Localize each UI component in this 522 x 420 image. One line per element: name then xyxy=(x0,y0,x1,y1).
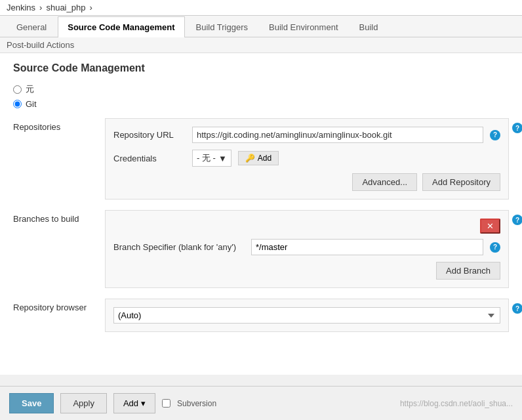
credentials-label: Credentials xyxy=(113,154,186,163)
radio-none-input[interactable] xyxy=(13,85,22,94)
tabs-bar: General Source Code Management Build Tri… xyxy=(0,16,522,37)
branches-body: ✕ Branch Specifier (blank for 'any') ? A… xyxy=(105,210,509,288)
breadcrumb-project[interactable]: shuai_php xyxy=(46,3,85,12)
radio-none-label: 元 xyxy=(26,83,34,95)
add-branch-button[interactable]: Add Branch xyxy=(436,262,500,280)
repository-url-input[interactable] xyxy=(192,127,483,143)
key-icon: 🔑 xyxy=(245,154,255,163)
repo-browser-section: Repository browser (Auto) ? xyxy=(13,299,509,332)
radio-git-input[interactable] xyxy=(13,100,22,108)
breadcrumb-jenkins[interactable]: Jenkins xyxy=(7,3,35,12)
add-footer-group: Add ▾ xyxy=(113,393,155,413)
repositories-label: Repositories xyxy=(13,118,105,200)
breadcrumb: Jenkins › shuai_php › xyxy=(0,0,522,16)
add-repository-button[interactable]: Add Repository xyxy=(422,173,500,191)
apply-button[interactable]: Apply xyxy=(60,393,107,413)
add-footer-label: Add xyxy=(123,398,138,408)
credentials-add-button[interactable]: 🔑 Add xyxy=(238,151,279,165)
add-footer-arrow: ▾ xyxy=(141,398,146,408)
credentials-dropdown-arrow: ▼ xyxy=(218,154,227,163)
repositories-body: Repository URL ? Credentials - 无 - ▼ 🔑 A… xyxy=(105,118,509,200)
branch-specifier-label: Branch Specifier (blank for 'any') xyxy=(113,242,245,252)
repo-browser-row: (Auto) xyxy=(113,307,500,324)
branch-specifier-help-icon[interactable]: ? xyxy=(490,242,500,253)
subversion-label: Subversion xyxy=(177,399,216,408)
branches-section: Branches to build ✕ Branch Specifier (bl… xyxy=(13,210,509,288)
tab-source-code-management[interactable]: Source Code Management xyxy=(58,16,184,37)
repo-browser-help-icon[interactable]: ? xyxy=(512,303,522,314)
repository-url-row: Repository URL ? xyxy=(113,127,500,143)
save-button[interactable]: Save xyxy=(9,393,54,413)
footer-watermark: https://blog.csdn.net/aoli_shua... xyxy=(400,399,513,408)
branch-specifier-input[interactable] xyxy=(251,239,483,255)
repository-url-help-icon[interactable]: ? xyxy=(490,130,500,140)
tab-build-environment[interactable]: Build Environment xyxy=(259,16,348,37)
tab-general[interactable]: General xyxy=(7,16,56,37)
radio-none-item: 元 xyxy=(13,83,509,95)
credentials-dropdown[interactable]: - 无 - ▼ xyxy=(192,150,231,167)
scm-radio-group: 元 Git xyxy=(13,83,509,109)
breadcrumb-sep-2: › xyxy=(89,3,92,12)
add-branch-row: Add Branch xyxy=(113,262,500,280)
branches-header: ✕ xyxy=(113,219,500,234)
delete-branch-button[interactable]: ✕ xyxy=(480,219,500,234)
branches-to-build-label: Branches to build xyxy=(13,210,105,288)
repo-browser-select[interactable]: (Auto) xyxy=(113,307,500,324)
credentials-row: Credentials - 无 - ▼ 🔑 Add xyxy=(113,150,500,167)
radio-git-item: Git xyxy=(13,99,509,109)
branch-specifier-row: Branch Specifier (blank for 'any') ? xyxy=(113,239,500,255)
repo-browser-label: Repository browser xyxy=(13,299,105,332)
add-footer-button[interactable]: Add ▾ xyxy=(113,393,155,413)
repository-url-label: Repository URL xyxy=(113,130,186,140)
page-title: Source Code Management xyxy=(13,62,509,74)
subversion-checkbox[interactable] xyxy=(162,399,171,408)
credentials-value: - 无 - xyxy=(197,152,216,164)
footer-bar: Save Apply Add ▾ Subversion https://blog… xyxy=(0,386,522,420)
advanced-button[interactable]: Advanced... xyxy=(352,173,417,191)
main-content: Source Code Management 元 Git Repositorie… xyxy=(0,53,522,375)
repo-browser-body: (Auto) ? xyxy=(105,299,509,332)
repositories-help-icon[interactable]: ? xyxy=(512,123,522,133)
panel-buttons: Advanced... Add Repository xyxy=(113,173,500,191)
post-build-actions-row[interactable]: Post-build Actions xyxy=(0,37,522,53)
breadcrumb-sep-1: › xyxy=(39,3,42,12)
branches-help-icon[interactable]: ? xyxy=(512,215,522,225)
subversion-row: Subversion xyxy=(162,399,216,408)
repositories-section: Repositories Repository URL ? Credential… xyxy=(13,118,509,200)
radio-git-label: Git xyxy=(26,99,37,109)
tab-build[interactable]: Build xyxy=(350,16,388,37)
tab-build-triggers[interactable]: Build Triggers xyxy=(186,16,258,37)
credentials-add-label: Add xyxy=(258,154,271,163)
post-build-actions-label: Post-build Actions xyxy=(7,40,74,50)
